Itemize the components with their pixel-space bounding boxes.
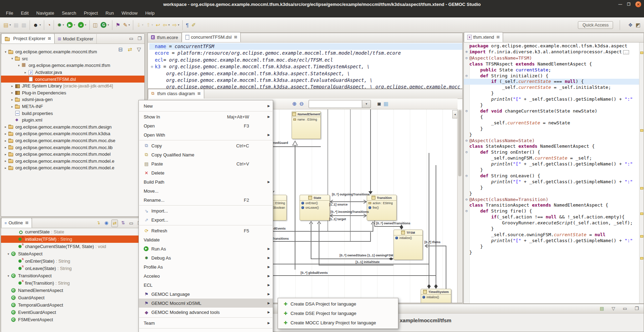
menu-item-move[interactable]: Move... [139, 186, 273, 195]
user-profile-icon[interactable]: ☻▾ [32, 21, 42, 30]
tree-row[interactable]: ▸JRE System Library[oracle-java8-jdk-amd… [1, 83, 144, 90]
view-menu-icon[interactable]: ▽ [136, 45, 142, 54]
outline-row[interactable]: onEnter(State): String [1, 257, 144, 265]
outline-row[interactable]: EventGuardAspect [1, 309, 144, 316]
diagram-class-box-transition[interactable]: Transitionaction : EStringfire() [367, 195, 397, 221]
expand-arrow-icon[interactable]: ▸ [3, 159, 8, 163]
outline-row[interactable]: onLeave(State): String [1, 265, 144, 272]
menubar-item-file[interactable]: File [2, 8, 17, 17]
fold-icon[interactable]: ⊖ [464, 73, 469, 79]
open-perspective-icon[interactable]: ❖ [627, 21, 634, 30]
fold-icon[interactable]: ⊖ [464, 208, 469, 214]
prev-annotation-icon[interactable]: ⇑▾ [145, 21, 154, 30]
menu-item-compare-with[interactable]: Compare With▶ [139, 329, 273, 332]
menu-item-new[interactable]: New▶ [139, 101, 273, 110]
diagram-class-box-tfsm[interactable]: TFSMinitialize() [393, 230, 423, 260]
menu-item-copy-qualified-name[interactable]: ⧉Copy Qualified Name [139, 150, 273, 159]
fold-icon[interactable]: ⊕ [464, 49, 469, 55]
outline-row[interactable]: currentState: State [1, 228, 144, 236]
tree-row[interactable]: ▸org.eclipse.gemoc.example.moccml.tfsm.d… [1, 124, 144, 131]
hide-fields-icon[interactable]: ◉ [103, 219, 109, 226]
expand-arrow-icon[interactable]: ▾ [16, 64, 21, 67]
tab-concurrenttfsm-dsl[interactable]: concurrentTFSM.dsl ⊠ [182, 32, 241, 42]
diagram-class-box-state[interactable]: StateonEnter()onLeave() [300, 195, 330, 221]
export-image-icon[interactable]: ◙ [376, 99, 382, 108]
diagram-class-box-namedelement[interactable]: NamedElementname : EString [292, 111, 321, 139]
expand-arrow-icon[interactable]: ▸ [3, 153, 8, 156]
tree-row[interactable]: plugin.xml [1, 117, 144, 124]
menubar-item-search[interactable]: Search [58, 8, 80, 17]
tab-project-explorer[interactable]: Project Explorer ⊠ [1, 33, 55, 44]
menu-item-import[interactable]: ⇘Import... [139, 206, 273, 215]
back-icon[interactable]: ⇦▾ [162, 21, 171, 30]
tab-tfsm-xtend[interactable]: tfsm.xtend ⊠ [464, 32, 503, 42]
tree-row[interactable]: ▸META-INF [1, 103, 144, 110]
tab-outline[interactable]: ≡ Outline ⊠ [1, 218, 32, 228]
minimize-view-icon[interactable]: ▭ [128, 35, 134, 42]
xtend-editor[interactable]: package org.eclipse.gemoc.example.moccml… [463, 43, 644, 304]
menu-item-show-in[interactable]: Show InMaj+Alt+W▶ [139, 112, 273, 121]
close-icon[interactable]: ⊠ [25, 221, 29, 225]
tab-model-explorer[interactable]: ⊞ Model Explorer [55, 34, 97, 44]
focus-icon[interactable]: ↴ [95, 219, 101, 226]
menu-item-build-path[interactable]: Build Path▶ [139, 177, 273, 186]
outline-row[interactable]: GuardAspect [1, 294, 144, 301]
expand-arrow-icon[interactable]: ▸ [3, 139, 8, 142]
zoom-level-combo[interactable] [309, 100, 362, 108]
close-window-icon[interactable]: ✕ [635, 1, 641, 7]
menu-item-copy[interactable]: ⧉CopyCtrl+C [139, 141, 273, 150]
tree-row[interactable]: ▸org.eclipse.gemoc.example.moccml.tfsm.m… [1, 137, 144, 144]
menu-item-refresh[interactable]: ⟳RefreshF5 [139, 226, 273, 235]
tree-row[interactable]: ▸org.eclipse.gemoc.example.moccml.tfsm.m… [1, 164, 144, 171]
tab-tfsm-class-diagram[interactable]: tfsm class diagram ⊠ [148, 89, 204, 99]
next-annotation-icon[interactable]: ⇓▾ [135, 21, 144, 30]
minimize-view-icon[interactable]: ▭ [128, 220, 134, 227]
menu-item-paste[interactable]: ▤PasteCtrl+V [139, 159, 273, 168]
dsl-editor[interactable]: name = concurrentTFSMecore = platform:/r… [148, 43, 463, 89]
outline-row[interactable]: FSMEventAspect [1, 316, 144, 323]
menu-item-create-dse-project-for-language[interactable]: ✚Create DSE Project for language [278, 309, 398, 318]
menu-item-ecl[interactable]: ECL▶ [139, 280, 273, 289]
tree-row[interactable]: ▸org.eclipse.gemoc.example.moccml.tfsm.k… [1, 130, 144, 137]
tree-row[interactable]: ▸xdsml-java-gen [1, 96, 144, 103]
view-menu-icon[interactable]: ▽ [611, 304, 616, 313]
expand-arrow-icon[interactable]: ▸ [3, 146, 8, 149]
maximize-icon[interactable]: ❐ [634, 304, 640, 313]
tree-row[interactable]: ▾src [1, 55, 144, 62]
zoom-in-icon[interactable]: ⊕ [291, 99, 298, 108]
link-editor-icon[interactable]: ⇄ [111, 219, 118, 227]
save-all-icon[interactable]: ▩ [20, 21, 27, 30]
close-icon[interactable]: ⊠ [234, 35, 237, 39]
new-plugin-icon[interactable]: ◫ [92, 21, 99, 30]
expand-arrow-icon[interactable]: ▸ [10, 91, 15, 94]
tree-row[interactable]: ▸org.eclipse.gemoc.example.moccml.tfsm.m… [1, 144, 144, 151]
menubar-item-navigate[interactable]: Navigate [32, 8, 58, 17]
expand-arrow-icon[interactable]: ▾ [3, 50, 8, 54]
expand-arrow-icon[interactable]: ▾ [6, 274, 11, 278]
fold-icon[interactable]: ⊖ [149, 63, 155, 70]
annotate-icon[interactable]: ✎▾ [122, 21, 131, 30]
outline-row[interactable]: initialize(TFSM): String [1, 236, 144, 243]
menubar-item-help[interactable]: Help [141, 8, 158, 17]
minimize-window-icon[interactable]: — [618, 2, 622, 6]
menubar-item-project[interactable]: Project [80, 8, 102, 17]
gemoc-engine-icon[interactable]: G▾ [100, 21, 110, 30]
maximize-view-icon[interactable]: ❐ [136, 35, 143, 42]
tree-row[interactable]: ▸Activator.java [1, 69, 144, 76]
expand-arrow-icon[interactable]: ▸ [10, 105, 15, 108]
time-profiler-icon[interactable]: ◔ [46, 21, 51, 30]
expand-arrow-icon[interactable]: ▸ [3, 125, 8, 129]
fold-icon[interactable]: ⊖ [464, 197, 469, 203]
expand-arrow-icon[interactable]: ▸ [3, 166, 8, 170]
combo-dropdown-icon[interactable]: ▼ [362, 100, 371, 108]
run-icon[interactable]: ▶▾ [66, 21, 76, 30]
fold-icon[interactable]: ⊖ [464, 149, 469, 155]
layout-icon[interactable]: ▦ [382, 99, 389, 108]
menu-item-open[interactable]: OpenF3 [139, 121, 273, 130]
open-resource-icon[interactable]: ⚑ [114, 21, 121, 30]
tree-row[interactable]: ▸Plug-in Dependencies [1, 90, 144, 96]
menu-item-create-dsa-project-for-language[interactable]: ✚Create DSA Project for language [278, 299, 398, 309]
expand-arrow-icon[interactable]: ▸ [23, 71, 28, 74]
mark-occurrences-icon[interactable]: ✐ [190, 21, 197, 30]
menubar-item-run[interactable]: Run [102, 8, 118, 17]
